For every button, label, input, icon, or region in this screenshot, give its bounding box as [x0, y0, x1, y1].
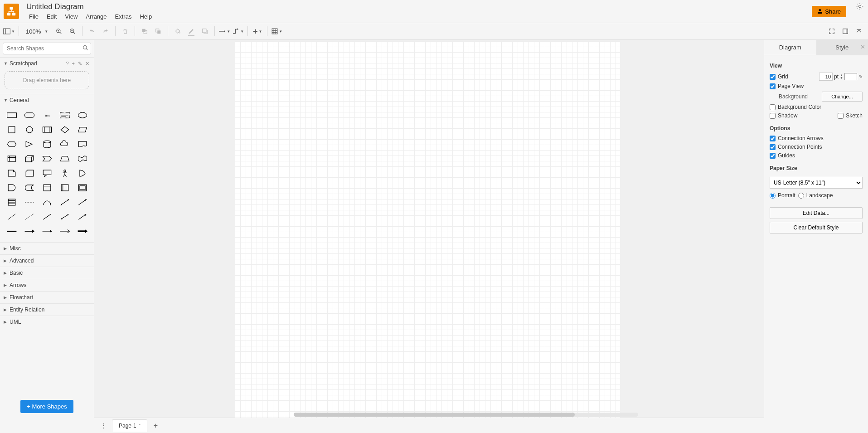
- fullscreen-button[interactable]: [825, 25, 838, 38]
- scratchpad-edit[interactable]: ✎: [77, 61, 83, 67]
- shape-hline[interactable]: [21, 196, 37, 209]
- undo-button[interactable]: [86, 25, 98, 38]
- shape-ellipse[interactable]: [74, 109, 90, 122]
- more-shapes-button[interactable]: + More Shapes: [20, 400, 73, 413]
- scratchpad-close[interactable]: ✕: [84, 61, 90, 67]
- tab-diagram[interactable]: Diagram: [764, 40, 816, 55]
- shape-document[interactable]: [74, 138, 90, 151]
- shape-data-storage[interactable]: [21, 181, 37, 194]
- bgcolor-checkbox-label[interactable]: Background Color: [770, 104, 821, 110]
- category-basic-header[interactable]: Basic: [0, 267, 94, 279]
- appearance-icon[interactable]: [856, 3, 863, 11]
- portrait-radio[interactable]: [770, 193, 776, 199]
- shape-arrow[interactable]: [74, 196, 90, 209]
- waypoints-dropdown[interactable]: ▼: [232, 25, 244, 38]
- scratchpad-help[interactable]: ?: [65, 61, 69, 67]
- grid-color-edit-icon[interactable]: ✎: [858, 74, 863, 80]
- conn-points-checkbox[interactable]: [770, 144, 776, 150]
- shadow-checkbox-label[interactable]: Shadow: [770, 112, 797, 119]
- shape-text[interactable]: Text: [39, 109, 55, 122]
- shape-cube[interactable]: [21, 152, 37, 165]
- grid-color-swatch[interactable]: [844, 73, 857, 80]
- shadow-checkbox[interactable]: [770, 113, 776, 119]
- sketch-checkbox-label[interactable]: Sketch: [838, 112, 863, 119]
- menu-extras[interactable]: Extras: [112, 12, 136, 21]
- category-arrows-header[interactable]: Arrows: [0, 279, 94, 291]
- shape-dir-line[interactable]: [74, 210, 90, 223]
- shape-arrow-edge[interactable]: [21, 225, 37, 238]
- shape-actor[interactable]: [57, 167, 73, 180]
- shape-solid-arrow[interactable]: [74, 225, 90, 238]
- category-entity-header[interactable]: Entity Relation: [0, 304, 94, 316]
- shape-step[interactable]: [39, 152, 55, 165]
- category-advanced-header[interactable]: Advanced: [0, 255, 94, 267]
- search-input[interactable]: [3, 43, 91, 54]
- category-misc-header[interactable]: Misc: [0, 243, 94, 254]
- guides-checkbox[interactable]: [770, 153, 776, 159]
- clear-style-button[interactable]: Clear Default Style: [770, 222, 863, 234]
- shape-diamond[interactable]: [57, 123, 73, 136]
- shape-bidir-line[interactable]: [57, 210, 73, 223]
- view-dropdown[interactable]: ▼: [3, 25, 15, 38]
- canvas-scroll[interactable]: [94, 40, 764, 418]
- to-back-button[interactable]: [152, 25, 165, 38]
- change-background-button[interactable]: Change...: [822, 92, 863, 102]
- grid-checkbox[interactable]: [770, 74, 776, 80]
- edit-data-button[interactable]: Edit Data...: [770, 207, 863, 219]
- document-title[interactable]: Untitled Diagram: [23, 2, 812, 12]
- shape-parallelogram[interactable]: [74, 123, 90, 136]
- share-button[interactable]: Share: [812, 6, 846, 17]
- bgcolor-checkbox[interactable]: [770, 104, 776, 110]
- shape-square[interactable]: [4, 123, 19, 136]
- menu-help[interactable]: Help: [136, 12, 155, 21]
- shape-list[interactable]: [4, 196, 19, 209]
- h-scrollbar-thumb[interactable]: [294, 413, 575, 417]
- menu-edit[interactable]: Edit: [43, 12, 60, 21]
- fill-color-button[interactable]: [171, 25, 184, 38]
- guides-label[interactable]: Guides: [770, 152, 795, 159]
- zoom-in-button[interactable]: [53, 25, 65, 38]
- scratchpad-add[interactable]: +: [71, 61, 76, 67]
- redo-button[interactable]: [99, 25, 112, 38]
- category-uml-header[interactable]: UML: [0, 316, 94, 328]
- menu-view[interactable]: View: [61, 12, 81, 21]
- line-color-button[interactable]: [185, 25, 198, 38]
- category-general-header[interactable]: General: [0, 94, 94, 106]
- shape-curve[interactable]: [39, 196, 55, 209]
- shape-open-arrow[interactable]: [57, 225, 73, 238]
- grid-checkbox-label[interactable]: Grid: [770, 73, 788, 80]
- landscape-radio[interactable]: [798, 193, 804, 199]
- page-tab-1[interactable]: Page-1 ˆ: [112, 419, 147, 432]
- shape-card[interactable]: [21, 167, 37, 180]
- shape-rectangle[interactable]: [4, 109, 19, 122]
- shape-hexagon[interactable]: [4, 138, 19, 151]
- paper-size-select[interactable]: US-Letter (8,5" x 11"): [770, 177, 863, 189]
- sketch-checkbox[interactable]: [838, 113, 844, 119]
- shape-container[interactable]: [39, 181, 55, 194]
- shape-circle[interactable]: [21, 123, 37, 136]
- diagram-page[interactable]: [235, 41, 620, 418]
- search-icon[interactable]: [82, 45, 88, 52]
- page-menu-icon[interactable]: ⋮: [97, 422, 110, 429]
- shape-textbox[interactable]: [57, 109, 73, 122]
- shape-note[interactable]: [4, 167, 19, 180]
- collapse-button[interactable]: [853, 25, 865, 38]
- grid-size-input[interactable]: [819, 73, 833, 81]
- shape-cloud[interactable]: [57, 138, 73, 151]
- scratchpad-header[interactable]: Scratchpad ? + ✎ ✕: [0, 58, 94, 69]
- connection-dropdown[interactable]: ▼: [218, 25, 231, 38]
- app-logo[interactable]: [4, 4, 19, 19]
- pageview-checkbox[interactable]: [770, 83, 776, 89]
- canvas-area[interactable]: [94, 40, 764, 418]
- zoom-out-button[interactable]: [66, 25, 79, 38]
- shape-tape[interactable]: [74, 152, 90, 165]
- conn-arrows-checkbox[interactable]: [770, 136, 776, 141]
- menu-arrange[interactable]: Arrange: [82, 12, 110, 21]
- shape-container-h[interactable]: [57, 181, 73, 194]
- format-panel-toggle[interactable]: [839, 25, 852, 38]
- menu-file[interactable]: File: [25, 12, 42, 21]
- shape-trapezoid[interactable]: [57, 152, 73, 165]
- shape-bidir-arrow[interactable]: [57, 196, 73, 209]
- category-flowchart-header[interactable]: Flowchart: [0, 292, 94, 303]
- shadow-button[interactable]: [199, 25, 211, 38]
